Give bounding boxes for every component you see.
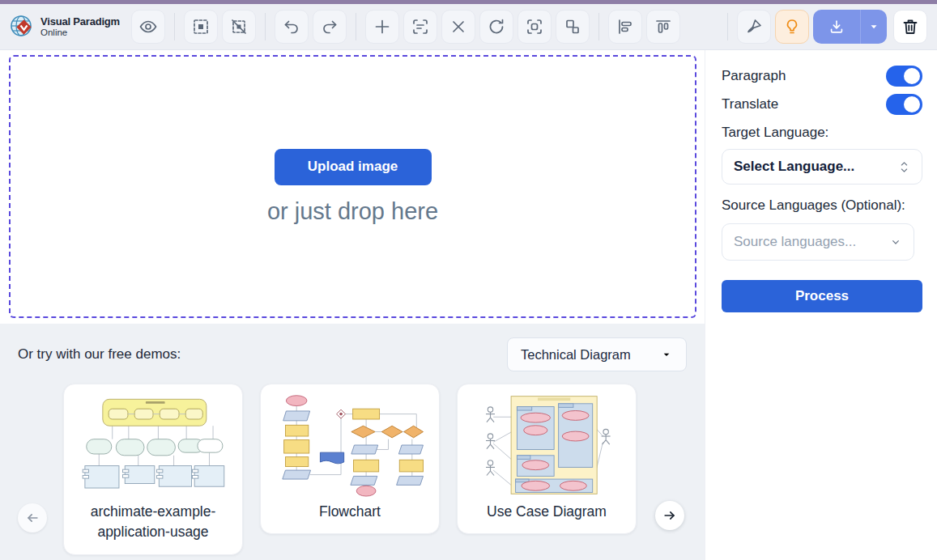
demo-card-label: Use Case Diagram [469, 502, 624, 522]
toolbar-separator [598, 13, 599, 40]
toolbar: Visual Paradigm Online [0, 4, 937, 50]
redo-icon [320, 17, 339, 36]
eye-icon [138, 17, 158, 36]
align-left-icon [615, 17, 635, 36]
select-all-icon [191, 17, 211, 36]
carousel-next-button[interactable] [655, 501, 684, 530]
align-top-icon [654, 17, 673, 36]
preview-button[interactable] [131, 10, 165, 44]
toolbar-right-group [718, 10, 927, 44]
arrow-left-icon [24, 510, 40, 526]
chevron-down-icon [660, 348, 673, 361]
drop-hint-text: or just drop here [267, 198, 438, 225]
undo-icon [282, 17, 301, 36]
caret-down-icon [868, 21, 880, 32]
demo-card-label: Flowchart [272, 502, 428, 522]
delete-button[interactable] [893, 10, 927, 44]
add-button[interactable] [365, 10, 399, 44]
align-left-button[interactable] [608, 10, 642, 44]
shapes-button[interactable] [556, 10, 590, 44]
download-split-button [813, 10, 887, 44]
demo-category-value: Technical Diagram [521, 347, 631, 363]
rotate-icon [487, 17, 506, 36]
download-button[interactable] [813, 10, 861, 44]
chevron-down-icon [889, 235, 902, 248]
demo-card-label: archimate-example-application-usage [75, 502, 231, 543]
canvas-area: Upload image or just drop here [0, 50, 705, 324]
demo-card-flowchart[interactable]: Flowchart [260, 384, 440, 534]
target-language-value: Select Language... [734, 159, 854, 175]
upload-image-button[interactable]: Upload image [275, 149, 432, 185]
source-language-label: Source Languages (Optional): [722, 197, 922, 214]
select-all-button[interactable] [184, 10, 218, 44]
carousel-prev-button[interactable] [18, 503, 47, 532]
download-options-button[interactable] [861, 10, 887, 44]
toolbar-separator [265, 13, 266, 40]
demo-card-archimate[interactable]: archimate-example-application-usage [63, 384, 243, 555]
scan-region-icon [525, 17, 544, 36]
demos-section: Or try with our free demos: Technical Di… [0, 324, 705, 560]
image-dropzone[interactable]: Upload image or just drop here [9, 55, 696, 318]
demos-heading: Or try with our free demos: [18, 346, 181, 363]
trash-icon [901, 17, 920, 36]
settings-panel: Paragraph Translate Target Language: Sel… [705, 50, 937, 560]
logo-subtitle: Online [40, 28, 120, 37]
chevron-updown-icon [898, 160, 910, 174]
demo-cards-row: archimate-example-application-usage [18, 384, 687, 555]
demo-category-select[interactable]: Technical Diagram [507, 337, 687, 371]
toolbar-separator [356, 13, 356, 40]
download-icon [828, 18, 845, 36]
paragraph-toggle[interactable] [886, 66, 922, 87]
visual-paradigm-logo-icon [8, 12, 37, 41]
demo-card-usecase[interactable]: Use Case Diagram [457, 384, 637, 534]
target-language-select[interactable]: Select Language... [722, 149, 922, 185]
toolbar-separator [174, 13, 175, 40]
toolbar-separator [727, 13, 728, 40]
rotate-button[interactable] [479, 10, 513, 44]
undo-button[interactable] [275, 10, 309, 44]
source-language-placeholder: Source languages... [734, 234, 856, 250]
deselect-button[interactable] [222, 10, 256, 44]
redo-button[interactable] [313, 10, 347, 44]
hint-button[interactable] [775, 10, 809, 44]
format-painter-icon [744, 17, 764, 36]
align-top-button[interactable] [646, 10, 680, 44]
arrow-right-icon [662, 507, 678, 524]
archimate-thumbnail [75, 392, 231, 498]
usecase-thumbnail [469, 392, 624, 498]
scan-text-icon [411, 17, 430, 36]
main-area: Upload image or just drop here Or try wi… [0, 50, 705, 560]
close-button[interactable] [441, 10, 475, 44]
logo-title: Visual Paradigm [40, 16, 120, 28]
deselect-icon [229, 17, 249, 36]
shapes-icon [563, 17, 582, 36]
translate-toggle[interactable] [886, 94, 922, 115]
paragraph-label: Paragraph [722, 68, 786, 84]
format-painter-button[interactable] [737, 10, 771, 44]
scan-text-button[interactable] [403, 10, 437, 44]
app-logo[interactable]: Visual Paradigm Online [8, 12, 121, 41]
plus-icon [373, 17, 392, 36]
lightbulb-icon [782, 17, 802, 36]
flowchart-thumbnail [272, 392, 428, 498]
close-icon [449, 17, 468, 36]
scan-region-button[interactable] [517, 10, 552, 44]
target-language-label: Target Language: [722, 125, 922, 141]
process-button[interactable]: Process [722, 280, 922, 312]
translate-label: Translate [722, 96, 778, 112]
source-language-select[interactable]: Source languages... [722, 223, 914, 261]
